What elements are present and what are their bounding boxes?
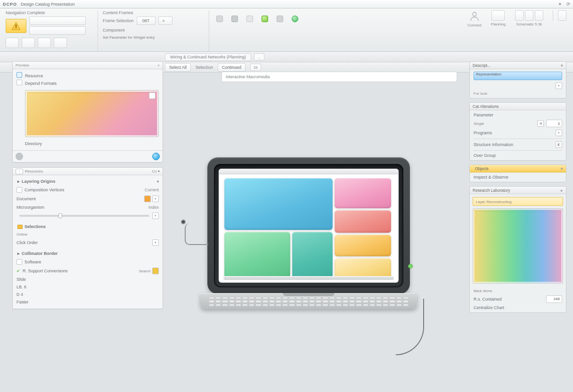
mock-taskbar	[223, 276, 394, 280]
tile-teal	[292, 232, 333, 278]
tile-yellow	[335, 258, 391, 278]
section-selections[interactable]: Selections	[17, 224, 159, 229]
user-icon[interactable]	[259, 13, 270, 24]
alt-single-label: Single	[474, 122, 484, 126]
descript-sub: For look	[474, 91, 562, 96]
alt-structure-icon[interactable]: ◧	[556, 141, 562, 148]
descript-chevron-icon[interactable]: ▾	[561, 63, 563, 68]
research-b3[interactable]: Centralize Chart	[474, 305, 562, 310]
preview-mode-2[interactable]	[16, 80, 22, 85]
representation-input[interactable]: Representation	[474, 72, 562, 80]
resources-badge-icon: ⋮	[16, 169, 23, 174]
row-document: Document	[16, 196, 36, 201]
objects-panel: Objects▾ Inspect & Observe	[469, 164, 566, 182]
form-icon[interactable]	[244, 13, 255, 24]
preview-mode-1[interactable]	[16, 72, 22, 78]
preview-tool-1-icon[interactable]	[16, 153, 23, 160]
laptop-screen	[219, 169, 399, 283]
window-icon[interactable]	[229, 13, 240, 24]
row-faster: Faster	[16, 300, 29, 304]
resources-collapse-icon[interactable]: Co ▾	[152, 169, 160, 173]
swatch-orange-dd[interactable]: ▾	[152, 196, 159, 202]
alt-programs-dd[interactable]: ▾	[556, 130, 562, 136]
preview-close-icon[interactable]: ×	[157, 63, 160, 67]
representation-dd[interactable]: ▾	[556, 82, 562, 89]
refresh-icon[interactable]: ⟳	[566, 1, 570, 7]
research-b2-value: 248	[546, 295, 562, 303]
tool-4-icon[interactable]	[54, 38, 67, 48]
ribbon-group-1-title: Navigation Complete	[6, 10, 93, 15]
tab-wiring[interactable]: Wiring & Continued Networks (Planning)	[165, 53, 251, 61]
lead-wire	[185, 223, 208, 245]
component-hint: Set Parameter for Widget entry	[103, 35, 155, 40]
chk-composition[interactable]	[16, 187, 22, 193]
tile-pink	[335, 178, 391, 208]
row-support: R. Support Conversions	[23, 269, 68, 273]
alt-structure: Structure Information	[474, 142, 513, 147]
descript-title: Descript...	[473, 63, 491, 68]
alt-value-input[interactable]	[546, 120, 562, 127]
frame-number-input[interactable]: 087	[137, 16, 156, 25]
schematic-icon-3[interactable]	[535, 10, 543, 21]
research-title: Research Laboratory	[473, 188, 510, 193]
tool-1-icon[interactable]	[6, 38, 19, 48]
globe-icon[interactable]	[289, 13, 301, 24]
preview-expand-icon[interactable]	[149, 92, 156, 99]
section-collimator[interactable]: ▸Collimator Border	[17, 251, 159, 256]
template-thumb-1[interactable]	[29, 16, 86, 25]
tool-3-icon[interactable]	[38, 38, 51, 48]
alt-r1-label: Parameter	[474, 113, 562, 117]
avatar-icon[interactable]	[469, 10, 480, 22]
row-micro-val: Index	[148, 205, 159, 210]
alt-eye-icon[interactable]: ◑	[537, 120, 544, 127]
planning-icon[interactable]	[491, 10, 505, 21]
chk-software[interactable]	[16, 259, 22, 265]
swatch-gold[interactable]	[152, 268, 159, 274]
row-clickorder: Click Order	[16, 240, 38, 245]
research-b2: R.s. Contained	[474, 297, 502, 302]
connector-node	[408, 264, 413, 269]
section-layering[interactable]: ▸Layering Origins▾	[17, 179, 159, 184]
tile-orange	[335, 235, 391, 256]
alert-icon[interactable]	[6, 19, 26, 33]
folder-icon	[17, 225, 23, 229]
schematic-icon-2[interactable]	[525, 10, 533, 21]
settings-icon[interactable]: ✶	[558, 1, 562, 7]
canvas[interactable]	[165, 63, 465, 392]
ribbon-group-2-title: Content Frames	[103, 10, 204, 15]
row-lb6: LB. 6	[16, 285, 26, 289]
tab-extra-chip[interactable]: …	[254, 53, 264, 60]
research-chevron-icon[interactable]: ▸	[561, 188, 563, 193]
template-thumb-2[interactable]	[29, 26, 86, 35]
preview-gradient	[25, 90, 159, 137]
micro-slider[interactable]	[19, 215, 149, 217]
research-panel: Research Laboratory▸ Layer Reconstructin…	[469, 186, 566, 313]
research-gradient	[473, 208, 563, 284]
option-bar-1: Wiring & Continued Networks (Planning) …	[0, 52, 573, 62]
lead-dot	[181, 220, 186, 224]
preview-l3: Directory	[25, 141, 42, 146]
cable	[396, 299, 424, 355]
objects-chevron-icon[interactable]: ▾	[561, 166, 563, 171]
frame-step-button[interactable]: »	[158, 16, 172, 25]
alterations-title: Cat Alterations	[473, 104, 499, 109]
mock-titlebar	[219, 169, 399, 174]
laptop-base	[200, 293, 417, 309]
svg-point-2	[473, 12, 476, 16]
tool-2-icon[interactable]	[22, 38, 35, 48]
objects-title: Objects	[475, 166, 489, 171]
tile-green	[224, 232, 290, 278]
preview-refresh-icon[interactable]	[152, 153, 160, 160]
document-icon[interactable]	[214, 13, 225, 24]
chat-icon[interactable]	[274, 13, 286, 24]
swatch-orange[interactable]	[144, 196, 151, 202]
schematic-icon-1[interactable]	[515, 10, 524, 21]
row-d4: D 4	[16, 292, 23, 297]
micro-slider-dd[interactable]: ▾	[152, 212, 159, 219]
row-software: Software	[25, 260, 41, 264]
more-icon[interactable]	[558, 10, 566, 21]
row-composition: Composition Vertices	[25, 188, 65, 192]
svg-rect-1	[16, 27, 16, 28]
clickorder-dd[interactable]: ▾	[152, 239, 159, 246]
preview-panel: Preview × Resource Depend Formats	[12, 61, 163, 163]
